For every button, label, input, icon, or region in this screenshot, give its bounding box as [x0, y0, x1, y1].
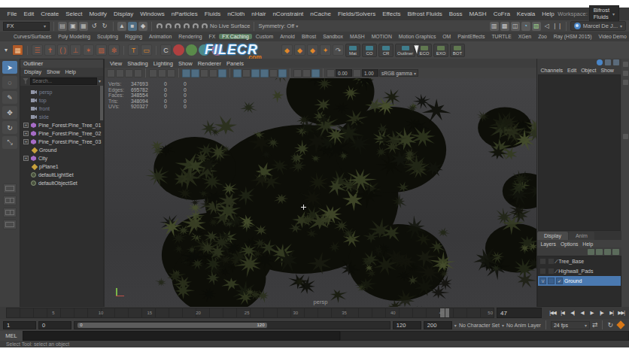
menu-item[interactable]: nHair: [248, 11, 269, 17]
safe-action-icon[interactable]: [167, 69, 175, 77]
resolution-gate-icon[interactable]: [134, 69, 142, 77]
launch-icon[interactable]: ◁: [542, 22, 552, 31]
chevron-down-icon[interactable]: ▾: [502, 323, 504, 328]
shelf-button[interactable]: CO: [362, 44, 377, 57]
tool-settings-toggle-icon[interactable]: [623, 71, 628, 76]
menu-item[interactable]: Bifrost Fluids: [404, 11, 445, 17]
channel-list-empty[interactable]: [538, 74, 621, 231]
snap-grid-icon[interactable]: [156, 23, 163, 29]
playback-end-field[interactable]: 120: [393, 321, 421, 329]
view-transform-dropdown[interactable]: sRGB gamma▾: [379, 69, 418, 77]
shelf-tab[interactable]: PaintEffects: [454, 34, 488, 39]
layout-outliner-persp-button[interactable]: [3, 220, 17, 229]
snap-live-icon[interactable]: [202, 23, 208, 29]
current-frame-marker[interactable]: [440, 308, 449, 317]
shelf-camera-button[interactable]: BOT: [450, 44, 465, 57]
outliner-item-pine-tree-03[interactable]: +Pine_Forest:Pine_Tree_03: [20, 138, 103, 146]
move-tool[interactable]: ✥: [2, 106, 17, 119]
menu-item[interactable]: nCache: [307, 11, 335, 17]
animation-preferences-icon[interactable]: ↻: [607, 321, 613, 329]
menu-item[interactable]: Help: [539, 11, 558, 17]
scene-view[interactable]: Verts:34769300 Edges:69578200 Faces:3485…: [105, 78, 536, 307]
viewport-menu-item[interactable]: Panels: [224, 60, 246, 67]
select-tool[interactable]: ➤: [2, 61, 17, 74]
shelf-tab[interactable]: Rigging: [122, 34, 145, 39]
outliner-menu-item[interactable]: Help: [62, 69, 77, 74]
channel-box-menu-item[interactable]: Object: [579, 68, 598, 73]
layer-row-highwall-pads[interactable]: ∕Highwall_Pads: [538, 266, 621, 276]
emitter-icon[interactable]: ✝: [44, 44, 56, 56]
green-sphere-icon[interactable]: [186, 44, 197, 56]
filter-icon[interactable]: [23, 78, 29, 84]
exposure-toggle-icon[interactable]: [327, 69, 335, 77]
lights-icon[interactable]: [209, 69, 217, 77]
playback-toggle[interactable]: [548, 278, 555, 284]
viewport-menu-item[interactable]: Show: [176, 60, 195, 67]
shelf-tab[interactable]: FX Caching: [219, 34, 252, 39]
gate-mask-icon[interactable]: [149, 69, 157, 77]
symmetry-selector[interactable]: Symmetry: Off: [258, 23, 294, 29]
curve-icon[interactable]: C: [160, 44, 172, 56]
shelf-tab[interactable]: Arnold: [277, 34, 298, 39]
menu-item[interactable]: Boss: [445, 11, 466, 17]
outliner-item-city[interactable]: +City: [20, 154, 103, 162]
type-tool-icon[interactable]: T: [128, 44, 139, 56]
paint-select-tool[interactable]: ✎: [2, 91, 17, 104]
menu-item[interactable]: CoFra: [490, 11, 513, 17]
motion-blur-icon[interactable]: [242, 69, 251, 77]
outliner-search-input[interactable]: [30, 77, 97, 85]
empty-layer-icon[interactable]: [604, 249, 611, 255]
layout-single-pane-button[interactable]: [3, 184, 17, 193]
viewport-menu-item[interactable]: View: [108, 60, 124, 67]
speed-ramp-icon[interactable]: [613, 59, 619, 65]
playback-start-field[interactable]: 0: [38, 321, 71, 329]
snap-point-icon[interactable]: [175, 23, 181, 29]
expand-icon[interactable]: +: [23, 123, 29, 128]
shelf-tab[interactable]: Poly Modeling: [55, 34, 93, 39]
shaded-icon[interactable]: [191, 69, 199, 77]
layer-row-ground[interactable]: V✔Ground: [538, 276, 621, 286]
menu-item[interactable]: Kevala: [513, 11, 538, 17]
playback-button[interactable]: ▶|: [606, 310, 616, 316]
workspace-selector[interactable]: Bifrost Fluids▾: [589, 5, 619, 22]
outliner-scrollbar[interactable]: [100, 86, 103, 120]
isolate-select-icon[interactable]: [269, 69, 278, 77]
snap-view-plane-icon[interactable]: [193, 23, 199, 29]
transfer-arrow-icon[interactable]: ↷: [333, 44, 344, 56]
animation-end-field[interactable]: 200: [424, 321, 452, 329]
plugin-c-icon[interactable]: [311, 69, 320, 77]
tab-anim[interactable]: Anim: [569, 232, 594, 240]
shelf-tab[interactable]: FX: [206, 34, 219, 39]
shelf-button[interactable]: CR: [378, 44, 394, 57]
outliner-item-persp[interactable]: persp: [20, 88, 103, 96]
outliner-item-front[interactable]: front: [20, 105, 103, 113]
shelf-tab[interactable]: Bifrost: [299, 34, 319, 39]
channel-box-menu-item[interactable]: Channels: [539, 68, 565, 73]
layout-four-pane-button[interactable]: [3, 208, 17, 217]
rotate-tool[interactable]: ↻: [2, 121, 17, 134]
visibility-toggle[interactable]: V: [539, 278, 546, 284]
gravity-diamond-icon[interactable]: ◆: [307, 44, 318, 56]
playback-button[interactable]: ◀|: [567, 310, 577, 316]
turbulence-diamond-icon[interactable]: ✦: [320, 44, 331, 56]
viewport-menu-item[interactable]: Shading: [125, 60, 150, 67]
perspective-viewport[interactable]: ViewShadingLightingShowRendererPanels 0.…: [104, 59, 537, 307]
menu-item[interactable]: Create: [38, 11, 62, 17]
menu-item[interactable]: Windows: [137, 11, 168, 17]
expand-icon[interactable]: +: [23, 131, 29, 136]
checkbox-checked-icon[interactable]: ✔: [556, 278, 563, 284]
shelf-tab[interactable]: Rendering: [175, 34, 205, 39]
exposure-field[interactable]: 0.00: [336, 69, 352, 77]
snap-camera-icon[interactable]: [107, 69, 115, 77]
gamma-field[interactable]: 1.00: [362, 69, 378, 77]
lasso-tool[interactable]: ◌: [2, 76, 17, 89]
range-slider[interactable]: 0 120: [74, 321, 390, 329]
shelf-tab[interactable]: Motion Graphics: [396, 34, 439, 39]
shelf-tab[interactable]: Video Demo: [595, 34, 629, 39]
outliner-menu-item[interactable]: Show: [44, 69, 62, 74]
anim-layer-selector[interactable]: No Anim Layer: [506, 323, 541, 328]
field-diamond-icon[interactable]: ◆: [281, 44, 293, 56]
command-input[interactable]: [23, 331, 340, 341]
shelf-tab[interactable]: Sculpting: [94, 34, 121, 39]
menu-item[interactable]: Display: [111, 11, 137, 17]
